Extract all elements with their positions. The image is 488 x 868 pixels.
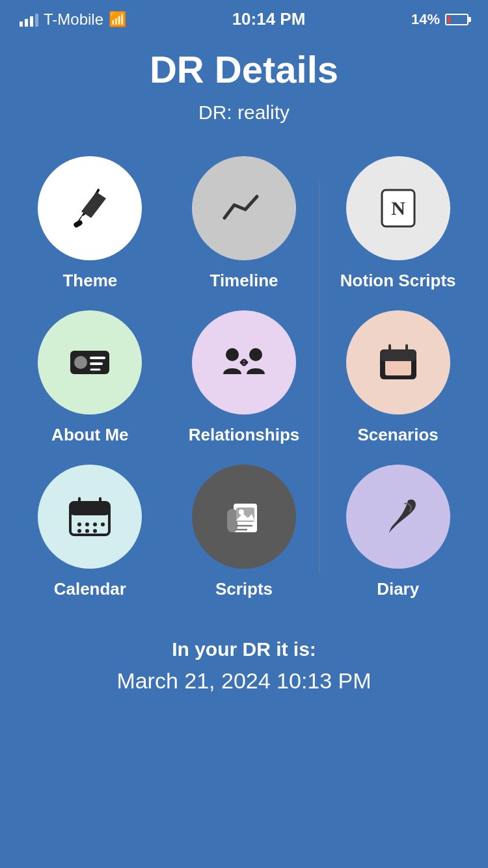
timeline-icon-circle	[192, 156, 296, 260]
grid-item-scripts[interactable]: Scripts	[174, 465, 315, 599]
grid-item-calendar[interactable]: Calendar	[20, 465, 161, 599]
svg-point-26	[93, 529, 97, 533]
svg-rect-28	[227, 509, 237, 532]
svg-point-24	[77, 529, 81, 533]
calendar-label: Calendar	[54, 579, 126, 599]
grid-item-diary[interactable]: Diary	[327, 465, 468, 599]
relationships-icon-circle	[192, 310, 296, 414]
battery-icon	[445, 14, 468, 25]
about-me-icon-circle	[38, 310, 142, 414]
svg-point-25	[85, 529, 89, 533]
grid-item-about-me[interactable]: About Me	[20, 310, 161, 445]
scripts-icon	[218, 491, 270, 543]
timeline-label: Timeline	[210, 271, 278, 291]
svg-point-4	[74, 356, 87, 369]
footer-section: In your DR it is: March 21, 2024 10:13 P…	[116, 638, 371, 694]
grid-item-timeline[interactable]: Timeline	[174, 156, 315, 291]
dr-label: In your DR it is:	[116, 638, 371, 660]
scenarios-icon-circle	[346, 310, 450, 414]
status-bar: T-Mobile 📶 10:14 PM 14%	[0, 0, 488, 34]
wifi-icon: 📶	[109, 11, 126, 28]
grid-item-relationships[interactable]: Relationships	[174, 310, 315, 445]
status-left: T-Mobile 📶	[20, 10, 126, 29]
carrier-name: T-Mobile	[44, 10, 103, 29]
page-subtitle: DR: reality	[198, 102, 290, 124]
svg-rect-17	[70, 502, 109, 515]
diary-icon	[372, 491, 424, 543]
brush-icon	[64, 182, 116, 234]
theme-icon-circle	[38, 156, 142, 260]
svg-point-22	[93, 522, 97, 526]
theme-label: Theme	[62, 271, 117, 291]
notion-scripts-label: Notion Scripts	[340, 271, 456, 291]
notion-icon-circle: N	[346, 156, 450, 260]
svg-rect-13	[380, 349, 416, 361]
icon-grid: Theme Timeline N Notion Scripts	[20, 156, 468, 599]
scenarios-label: Scenarios	[358, 425, 439, 445]
svg-point-23	[101, 522, 105, 526]
svg-point-8	[226, 348, 239, 361]
svg-point-21	[85, 522, 89, 526]
calendar-icon	[64, 491, 116, 543]
grid-item-notion-scripts[interactable]: N Notion Scripts	[327, 156, 468, 291]
page-title: DR Details	[150, 47, 338, 91]
diary-label: Diary	[377, 579, 419, 599]
timeline-icon	[218, 182, 270, 234]
signal-icon	[20, 12, 38, 27]
about-me-label: About Me	[51, 425, 128, 445]
dr-datetime: March 21, 2024 10:13 PM	[116, 668, 371, 694]
grid-item-scenarios[interactable]: Scenarios	[327, 310, 468, 445]
diary-icon-circle	[346, 465, 450, 569]
calendar-icon-circle	[38, 465, 142, 569]
main-content: DR Details DR: reality Theme Time	[0, 34, 488, 720]
status-time: 10:14 PM	[232, 9, 306, 29]
status-right: 14%	[411, 11, 468, 28]
scripts-label: Scripts	[215, 579, 273, 599]
svg-point-20	[77, 522, 81, 526]
battery-percentage: 14%	[411, 11, 440, 28]
notion-icon: N	[372, 182, 424, 234]
relationships-label: Relationships	[189, 425, 299, 445]
calendar-scenario-icon	[372, 336, 424, 388]
profile-icon	[64, 336, 116, 388]
scripts-icon-circle	[192, 465, 296, 569]
svg-point-9	[249, 348, 262, 361]
svg-text:N: N	[391, 197, 405, 219]
relationships-icon	[218, 336, 270, 388]
grid-item-theme[interactable]: Theme	[20, 156, 161, 291]
